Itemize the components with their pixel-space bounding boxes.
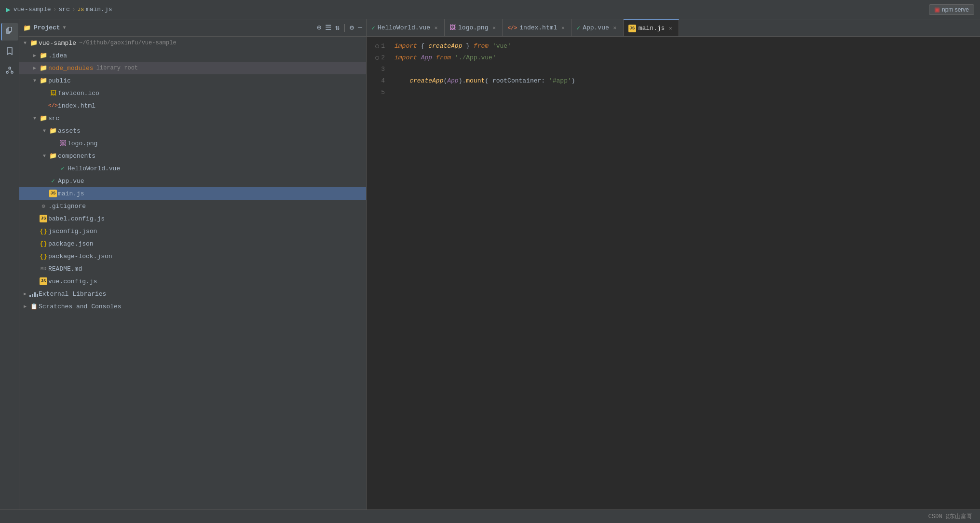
breadcrumb-file-icon: JS [78, 7, 84, 13]
tree-item-babel-config[interactable]: JS babel.config.js [19, 212, 366, 225]
tree-item-components[interactable]: ▼ 📁 components [19, 150, 366, 162]
tree-item-src[interactable]: ▼ 📁 src [19, 112, 366, 124]
keyword-from: from [436, 52, 451, 64]
line-number-4: 4 [367, 75, 385, 87]
tree-item-helloworld[interactable]: ✓ HelloWorld.vue [19, 162, 366, 175]
ln-marker [375, 56, 379, 60]
git-icon: ⚙ [39, 203, 48, 210]
code-line-5 [395, 87, 980, 98]
line-number-5: 5 [367, 87, 385, 98]
tab-main-js[interactable]: JS main.js ✕ [624, 19, 680, 36]
tree-item-index-html[interactable]: </> index.html [19, 99, 366, 112]
folder-icon: 📁 [39, 77, 48, 84]
item-label: package.json [48, 240, 94, 248]
tree-item-favicon[interactable]: 🖼 favicon.ico [19, 87, 366, 99]
json-icon: {} [39, 228, 48, 235]
header-icons: ⊕ ☰ ⇅ ⚙ — [317, 23, 362, 32]
string-app-vue: './App.vue' [455, 52, 496, 64]
item-label: Scratches and Consoles [39, 303, 122, 310]
svg-rect-2 [8, 27, 12, 31]
file-tree-panel: 📁 Project ▼ ⊕ ☰ ⇅ ⚙ — ▼ 📁 vue-sample ~/G… [19, 19, 367, 509]
keyword-import: import [395, 41, 417, 52]
item-label: babel.config.js [48, 215, 105, 222]
tree-item-node-modules[interactable]: ▶ 📁 node_modules library root [19, 62, 366, 74]
tree-item-logo-png[interactable]: 🖼 logo.png [19, 137, 366, 150]
img-icon: 🖼 [58, 140, 68, 147]
tab-close-logo[interactable]: ✕ [490, 25, 497, 31]
func-createApp-call: createApp [409, 75, 443, 87]
code-indent [395, 75, 409, 87]
tab-helloworld[interactable]: ✓ HelloWorld.vue ✕ [367, 19, 445, 36]
tab-close-main-js[interactable]: ✕ [667, 25, 674, 32]
tab-close-helloworld[interactable]: ✕ [433, 25, 439, 31]
main-layout: 📁 Project ▼ ⊕ ☰ ⇅ ⚙ — ▼ 📁 vue-sample ~/G… [0, 19, 980, 509]
npm-serve-button[interactable]: ▣ npm serve [929, 4, 974, 15]
item-sublabel: ~/Github/gaoxinfu/vue-sample [79, 40, 177, 46]
tree-item-gitignore[interactable]: ⚙ .gitignore [19, 200, 366, 212]
tab-logo[interactable]: 🖼 logo.png ✕ [445, 19, 503, 36]
close-panel-icon[interactable]: — [358, 24, 362, 32]
sidebar-structure-icon[interactable] [1, 62, 18, 79]
tree-item-package-lock[interactable]: {} package-lock.json [19, 250, 366, 262]
tree-item-package-json[interactable]: {} package.json [19, 237, 366, 250]
credit-text: CSDN @东山富哥 [928, 512, 972, 521]
svg-line-7 [10, 69, 12, 71]
tree-item-assets[interactable]: ▼ 📁 assets [19, 124, 366, 137]
tree-item-app-vue[interactable]: ✓ App.vue [19, 175, 366, 187]
tree-item-vue-config[interactable]: JS vue.config.js [19, 275, 366, 288]
tab-label: index.html [519, 24, 557, 31]
breadcrumb-src: src [58, 6, 69, 13]
folder-icon: 📁 [48, 127, 58, 135]
tree-item-external-libs[interactable]: ▶ External Libraries [19, 288, 366, 300]
item-label: HelloWorld.vue [68, 165, 120, 172]
item-label: jsconfig.json [48, 228, 97, 235]
locate-icon[interactable]: ⊕ [317, 23, 321, 32]
sort-icon[interactable]: ⇅ [335, 23, 340, 32]
external-libs-icon [29, 290, 39, 297]
title-bar: ▶ vue-sample › src › JS main.js ▣ npm se… [0, 0, 980, 19]
item-label: README.md [48, 265, 82, 273]
code-colon: : [541, 75, 549, 87]
sidebar-bookmark-icon[interactable] [1, 42, 18, 60]
item-label: favicon.ico [58, 90, 99, 97]
tab-index-html[interactable]: </> index.html ✕ [503, 19, 572, 36]
breadcrumb-file: main.js [86, 6, 112, 13]
vue-tab-icon: ✓ [371, 24, 375, 32]
tree-item-public[interactable]: ▼ 📁 public [19, 74, 366, 87]
html-icon: </> [48, 103, 58, 109]
line-number-3: 3 [367, 64, 385, 75]
tab-bar: ✓ HelloWorld.vue ✕ 🖼 logo.png ✕ </> inde… [367, 19, 980, 37]
tree-item-idea[interactable]: ▶ 📁 .idea [19, 49, 366, 62]
item-label: public [48, 77, 71, 84]
folder-icon: 📁 [39, 52, 48, 59]
item-label: package-lock.json [48, 253, 112, 260]
tree-item-vue-sample[interactable]: ▼ 📁 vue-sample ~/Github/gaoxinfu/vue-sam… [19, 37, 366, 49]
code-line-1: import { createApp } from 'vue' [395, 41, 980, 52]
item-label: index.html [58, 102, 95, 110]
vue-icon: ✓ [58, 165, 68, 172]
sidebar-project-icon[interactable] [1, 23, 18, 41]
project-dropdown-icon[interactable]: ▼ [63, 25, 66, 30]
svg-point-3 [9, 67, 11, 69]
tab-close-app-vue[interactable]: ✕ [612, 25, 618, 31]
ln-marker [375, 44, 379, 48]
svg-point-4 [6, 71, 8, 73]
code-editor[interactable]: 1 2 3 4 5 import [367, 37, 980, 509]
code-space [417, 52, 421, 64]
item-label: External Libraries [39, 290, 106, 298]
tree-item-scratches[interactable]: ▶ 📋 Scratches and Consoles [19, 300, 366, 313]
tree-item-main-js[interactable]: JS main.js [19, 187, 366, 200]
settings-icon[interactable]: ⚙ [350, 23, 354, 32]
tree-item-readme[interactable]: MD README.md [19, 262, 366, 275]
tab-label: HelloWorld.vue [378, 24, 430, 31]
tree-item-jsconfig[interactable]: {} jsconfig.json [19, 225, 366, 237]
bottom-bar: CSDN @东山富哥 [0, 509, 980, 523]
tab-app-vue[interactable]: ✓ App.vue ✕ [572, 19, 623, 36]
code-space [489, 41, 492, 52]
item-label: vue.config.js [48, 278, 97, 285]
header-divider [344, 24, 345, 32]
line-number-1: 1 [367, 41, 385, 52]
scroll-icon[interactable]: ☰ [325, 23, 331, 32]
tab-close-index-html[interactable]: ✕ [559, 25, 566, 31]
func-createApp: createApp [428, 41, 462, 52]
